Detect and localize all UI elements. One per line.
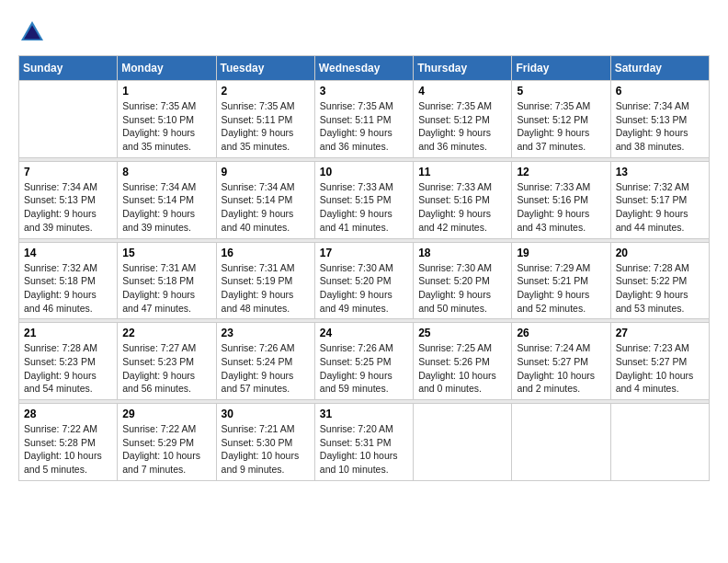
- day-info: Sunrise: 7:27 AMSunset: 5:23 PMDaylight:…: [122, 341, 210, 396]
- day-number: 13: [616, 166, 704, 178]
- day-number: 29: [122, 408, 210, 420]
- day-number: 17: [320, 247, 408, 259]
- day-cell: 16Sunrise: 7:31 AMSunset: 5:19 PMDayligh…: [216, 242, 314, 319]
- day-cell: 21Sunrise: 7:28 AMSunset: 5:23 PMDayligh…: [19, 323, 118, 400]
- day-number: 9: [222, 166, 310, 178]
- day-cell: 14Sunrise: 7:32 AMSunset: 5:18 PMDayligh…: [19, 242, 118, 319]
- day-info: Sunrise: 7:31 AMSunset: 5:19 PMDaylight:…: [222, 261, 310, 316]
- day-info: Sunrise: 7:35 AMSunset: 5:10 PMDaylight:…: [122, 99, 210, 154]
- weekday-header-friday: Friday: [512, 56, 610, 81]
- day-number: 28: [24, 408, 112, 420]
- day-info: Sunrise: 7:24 AMSunset: 5:27 PMDaylight:…: [517, 341, 605, 396]
- day-info: Sunrise: 7:22 AMSunset: 5:28 PMDaylight:…: [24, 422, 112, 477]
- day-info: Sunrise: 7:35 AMSunset: 5:12 PMDaylight:…: [517, 99, 605, 154]
- day-info: Sunrise: 7:32 AMSunset: 5:17 PMDaylight:…: [616, 180, 704, 235]
- day-cell: 9Sunrise: 7:34 AMSunset: 5:14 PMDaylight…: [216, 161, 314, 238]
- day-cell: 13Sunrise: 7:32 AMSunset: 5:17 PMDayligh…: [610, 161, 709, 238]
- weekday-header-tuesday: Tuesday: [216, 56, 314, 81]
- day-number: 14: [24, 247, 112, 259]
- day-cell: 24Sunrise: 7:26 AMSunset: 5:25 PMDayligh…: [314, 323, 413, 400]
- day-cell: 15Sunrise: 7:31 AMSunset: 5:18 PMDayligh…: [118, 242, 216, 319]
- day-number: 21: [24, 327, 112, 339]
- day-info: Sunrise: 7:32 AMSunset: 5:18 PMDaylight:…: [24, 261, 112, 316]
- day-number: 4: [418, 85, 506, 98]
- day-number: 23: [222, 327, 310, 339]
- day-info: Sunrise: 7:20 AMSunset: 5:31 PMDaylight:…: [320, 422, 408, 477]
- day-number: 5: [517, 85, 605, 98]
- day-info: Sunrise: 7:31 AMSunset: 5:18 PMDaylight:…: [122, 261, 210, 316]
- day-cell: 29Sunrise: 7:22 AMSunset: 5:29 PMDayligh…: [118, 404, 216, 481]
- day-cell: 27Sunrise: 7:23 AMSunset: 5:27 PMDayligh…: [610, 323, 709, 400]
- day-number: 30: [222, 408, 310, 420]
- day-info: Sunrise: 7:26 AMSunset: 5:25 PMDaylight:…: [320, 341, 408, 396]
- day-cell: 1Sunrise: 7:35 AMSunset: 5:10 PMDaylight…: [118, 81, 216, 158]
- day-info: Sunrise: 7:23 AMSunset: 5:27 PMDaylight:…: [616, 341, 704, 396]
- day-info: Sunrise: 7:29 AMSunset: 5:21 PMDaylight:…: [517, 261, 605, 316]
- logo: [18, 18, 50, 46]
- day-number: 18: [418, 247, 506, 259]
- calendar: SundayMondayTuesdayWednesdayThursdayFrid…: [18, 55, 710, 481]
- day-info: Sunrise: 7:21 AMSunset: 5:30 PMDaylight:…: [222, 422, 310, 477]
- day-cell: [610, 404, 709, 481]
- day-number: 8: [122, 166, 210, 178]
- day-info: Sunrise: 7:33 AMSunset: 5:16 PMDaylight:…: [517, 180, 605, 235]
- day-info: Sunrise: 7:35 AMSunset: 5:11 PMDaylight:…: [222, 99, 310, 154]
- day-number: 3: [320, 85, 408, 98]
- day-cell: 3Sunrise: 7:35 AMSunset: 5:11 PMDaylight…: [314, 81, 413, 158]
- day-cell: 25Sunrise: 7:25 AMSunset: 5:26 PMDayligh…: [414, 323, 512, 400]
- day-cell: 6Sunrise: 7:34 AMSunset: 5:13 PMDaylight…: [610, 81, 709, 158]
- day-info: Sunrise: 7:26 AMSunset: 5:24 PMDaylight:…: [222, 341, 310, 396]
- day-cell: [19, 81, 118, 158]
- day-info: Sunrise: 7:35 AMSunset: 5:12 PMDaylight:…: [418, 99, 506, 154]
- week-row-4: 21Sunrise: 7:28 AMSunset: 5:23 PMDayligh…: [19, 323, 710, 400]
- weekday-header-saturday: Saturday: [610, 56, 709, 81]
- weekday-header-sunday: Sunday: [19, 56, 118, 81]
- day-cell: 30Sunrise: 7:21 AMSunset: 5:30 PMDayligh…: [216, 404, 314, 481]
- week-row-5: 28Sunrise: 7:22 AMSunset: 5:28 PMDayligh…: [19, 404, 710, 481]
- day-cell: 26Sunrise: 7:24 AMSunset: 5:27 PMDayligh…: [512, 323, 610, 400]
- day-number: 1: [122, 85, 210, 98]
- day-cell: 11Sunrise: 7:33 AMSunset: 5:16 PMDayligh…: [414, 161, 512, 238]
- weekday-header-wednesday: Wednesday: [314, 56, 413, 81]
- day-info: Sunrise: 7:28 AMSunset: 5:23 PMDaylight:…: [24, 341, 112, 396]
- day-number: 7: [24, 166, 112, 178]
- day-info: Sunrise: 7:33 AMSunset: 5:15 PMDaylight:…: [320, 180, 408, 235]
- header: [18, 18, 710, 46]
- week-row-1: 1Sunrise: 7:35 AMSunset: 5:10 PMDaylight…: [19, 81, 710, 158]
- day-number: 2: [222, 85, 310, 98]
- day-cell: 20Sunrise: 7:28 AMSunset: 5:22 PMDayligh…: [610, 242, 709, 319]
- day-number: 6: [616, 85, 704, 98]
- day-info: Sunrise: 7:30 AMSunset: 5:20 PMDaylight:…: [320, 261, 408, 316]
- day-cell: 4Sunrise: 7:35 AMSunset: 5:12 PMDaylight…: [414, 81, 512, 158]
- day-cell: [512, 404, 610, 481]
- day-number: 24: [320, 327, 408, 339]
- week-row-2: 7Sunrise: 7:34 AMSunset: 5:13 PMDaylight…: [19, 161, 710, 238]
- day-number: 20: [616, 247, 704, 259]
- weekday-header-thursday: Thursday: [414, 56, 512, 81]
- day-cell: 31Sunrise: 7:20 AMSunset: 5:31 PMDayligh…: [314, 404, 413, 481]
- day-info: Sunrise: 7:30 AMSunset: 5:20 PMDaylight:…: [418, 261, 506, 316]
- day-cell: 7Sunrise: 7:34 AMSunset: 5:13 PMDaylight…: [19, 161, 118, 238]
- day-number: 11: [418, 166, 506, 178]
- day-number: 15: [122, 247, 210, 259]
- day-cell: 8Sunrise: 7:34 AMSunset: 5:14 PMDaylight…: [118, 161, 216, 238]
- day-info: Sunrise: 7:35 AMSunset: 5:11 PMDaylight:…: [320, 99, 408, 154]
- day-info: Sunrise: 7:34 AMSunset: 5:14 PMDaylight:…: [222, 180, 310, 235]
- day-cell: 19Sunrise: 7:29 AMSunset: 5:21 PMDayligh…: [512, 242, 610, 319]
- day-info: Sunrise: 7:28 AMSunset: 5:22 PMDaylight:…: [616, 261, 704, 316]
- day-cell: [414, 404, 512, 481]
- day-cell: 12Sunrise: 7:33 AMSunset: 5:16 PMDayligh…: [512, 161, 610, 238]
- day-number: 25: [418, 327, 506, 339]
- day-cell: 22Sunrise: 7:27 AMSunset: 5:23 PMDayligh…: [118, 323, 216, 400]
- day-number: 27: [616, 327, 704, 339]
- day-number: 31: [320, 408, 408, 420]
- day-number: 16: [222, 247, 310, 259]
- day-number: 26: [517, 327, 605, 339]
- day-cell: 28Sunrise: 7:22 AMSunset: 5:28 PMDayligh…: [19, 404, 118, 481]
- day-info: Sunrise: 7:34 AMSunset: 5:13 PMDaylight:…: [24, 180, 112, 235]
- day-cell: 5Sunrise: 7:35 AMSunset: 5:12 PMDaylight…: [512, 81, 610, 158]
- day-info: Sunrise: 7:34 AMSunset: 5:13 PMDaylight:…: [616, 99, 704, 154]
- day-info: Sunrise: 7:22 AMSunset: 5:29 PMDaylight:…: [122, 422, 210, 477]
- logo-icon: [18, 18, 46, 46]
- day-info: Sunrise: 7:34 AMSunset: 5:14 PMDaylight:…: [122, 180, 210, 235]
